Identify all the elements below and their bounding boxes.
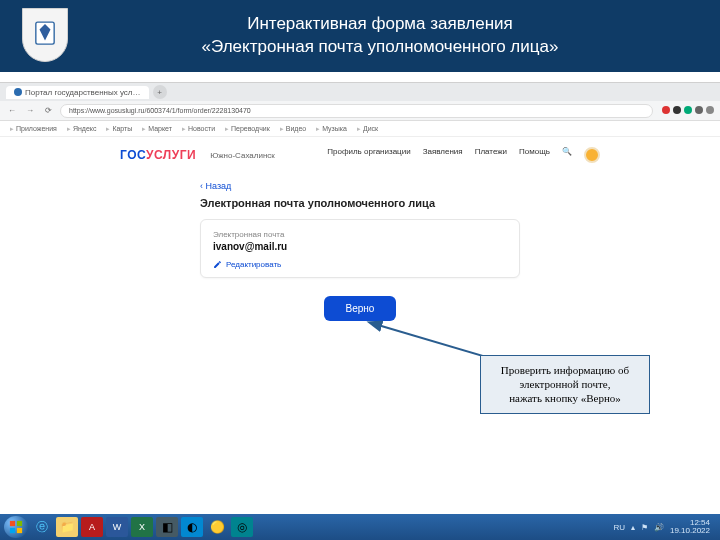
bookmark-item[interactable]: Карты xyxy=(106,125,132,133)
bookmark-item[interactable]: Видео xyxy=(280,125,306,133)
bookmark-item[interactable]: Переводчик xyxy=(225,125,270,133)
confirm-button[interactable]: Верно xyxy=(324,296,397,321)
taskbar-ie-icon[interactable]: ⓔ xyxy=(31,517,53,537)
tray-clock[interactable]: 12:54 19.10.2022 xyxy=(670,519,710,535)
slide-title-line2: «Электронная почта уполномоченного лица» xyxy=(80,36,680,59)
back-link[interactable]: Назад xyxy=(200,181,520,191)
site-nav: Профиль организации Заявления Платежи По… xyxy=(327,147,600,163)
url-field[interactable]: https://www.gosuslugi.ru/600374/1/form/o… xyxy=(60,104,653,118)
taskbar-word-icon[interactable]: W xyxy=(106,517,128,537)
bookmark-item[interactable]: Маркет xyxy=(142,125,172,133)
bookmark-item[interactable]: Новости xyxy=(182,125,215,133)
form-area: Назад Электронная почта уполномоченного … xyxy=(200,181,520,321)
taskbar-app-icon[interactable]: ◧ xyxy=(156,517,178,537)
tray-volume-icon[interactable]: 🔊 xyxy=(654,523,664,532)
nav-link[interactable]: Профиль организации xyxy=(327,147,410,163)
slide-header: Интерактивная форма заявления «Электронн… xyxy=(0,0,720,72)
user-avatar[interactable] xyxy=(584,147,600,163)
svg-rect-2 xyxy=(10,521,15,526)
browser-window: Портал государственных усл… + ← → ⟳ http… xyxy=(0,82,720,467)
start-button[interactable] xyxy=(4,516,28,538)
bookmark-item[interactable]: Яндекс xyxy=(67,125,97,133)
email-card: Электронная почта ivanov@mail.ru Редакти… xyxy=(200,219,520,278)
bookmark-item[interactable]: Музыка xyxy=(316,125,347,133)
page-content: ГОСУСЛУГИ Южно-Сахалинск Профиль организ… xyxy=(0,137,720,467)
svg-rect-3 xyxy=(17,521,22,526)
bookmark-item[interactable]: Диск xyxy=(357,125,378,133)
windows-taskbar: ⓔ 📁 A W X ◧ ◐ 🟡 ◎ RU ▴ ⚑ 🔊 12:54 19.10.2… xyxy=(0,514,720,540)
svg-rect-4 xyxy=(10,528,15,533)
browser-address-bar: ← → ⟳ https://www.gosuslugi.ru/600374/1/… xyxy=(0,101,720,121)
tray-overflow-icon[interactable]: ▴ xyxy=(631,523,635,532)
region-crest-icon xyxy=(22,8,68,62)
tab-favicon-icon xyxy=(14,88,22,96)
nav-back-icon[interactable]: ← xyxy=(6,106,18,115)
browser-tab[interactable]: Портал государственных усл… xyxy=(6,86,149,99)
site-header: ГОСУСЛУГИ Южно-Сахалинск Профиль организ… xyxy=(0,143,720,167)
form-heading: Электронная почта уполномоченного лица xyxy=(200,197,520,209)
taskbar-chrome-icon[interactable]: 🟡 xyxy=(206,517,228,537)
nav-link[interactable]: Платежи xyxy=(475,147,507,163)
bookmark-item[interactable]: Приложения xyxy=(10,125,57,133)
svg-rect-5 xyxy=(17,528,22,533)
taskbar-app3-icon[interactable]: ◎ xyxy=(231,517,253,537)
edit-link[interactable]: Редактировать xyxy=(213,260,507,269)
tray-language[interactable]: RU xyxy=(613,523,625,532)
tray-network-icon[interactable]: ⚑ xyxy=(641,523,648,532)
extension-icons xyxy=(659,106,714,116)
system-tray: RU ▴ ⚑ 🔊 12:54 19.10.2022 xyxy=(613,519,716,535)
browser-tabstrip: Портал государственных усл… + xyxy=(0,83,720,101)
taskbar-app2-icon[interactable]: ◐ xyxy=(181,517,203,537)
nav-reload-icon[interactable]: ⟳ xyxy=(42,106,54,115)
bookmarks-bar: Приложения Яндекс Карты Маркет Новости П… xyxy=(0,121,720,137)
email-value: ivanov@mail.ru xyxy=(213,241,507,252)
search-icon[interactable]: 🔍 xyxy=(562,147,572,163)
slide-title-line1: Интерактивная форма заявления xyxy=(80,13,680,36)
pencil-icon xyxy=(213,260,222,269)
tab-title: Портал государственных усл… xyxy=(25,88,141,97)
new-tab-button[interactable]: + xyxy=(153,85,167,99)
taskbar-excel-icon[interactable]: X xyxy=(131,517,153,537)
taskbar-explorer-icon[interactable]: 📁 xyxy=(56,517,78,537)
nav-link[interactable]: Помощь xyxy=(519,147,550,163)
nav-link[interactable]: Заявления xyxy=(423,147,463,163)
city-selector[interactable]: Южно-Сахалинск xyxy=(210,151,275,160)
instruction-callout: Проверить информацию об электронной почт… xyxy=(480,355,650,414)
nav-forward-icon[interactable]: → xyxy=(24,106,36,115)
slide-title: Интерактивная форма заявления «Электронн… xyxy=(80,13,720,59)
taskbar-pdf-icon[interactable]: A xyxy=(81,517,103,537)
gosuslugi-logo[interactable]: ГОСУСЛУГИ xyxy=(120,148,196,162)
email-label: Электронная почта xyxy=(213,230,507,239)
